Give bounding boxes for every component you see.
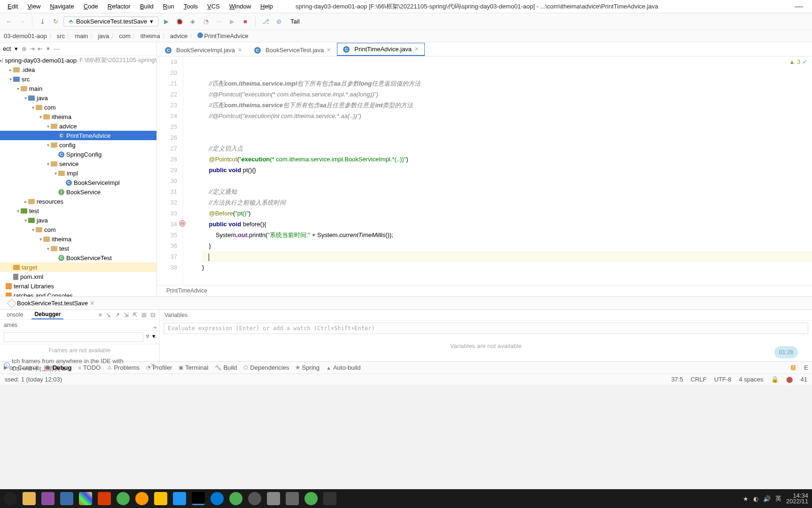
tree-item[interactable]: ▾test [0,244,156,253]
menu-window[interactable]: Window [226,2,255,11]
stop-button[interactable]: ■ [240,16,250,27]
evaluate-icon[interactable]: ⊞ [141,311,147,318]
editor-tab[interactable]: CBookServiceTest.java✕ [248,44,337,56]
settings-icon[interactable]: ⊟ [150,311,156,318]
evaluate-input[interactable]: Evaluate expression (Enter) or add a wat… [164,323,808,334]
menu-view[interactable]: View [23,2,44,11]
run-anything-button[interactable]: ▶ [227,16,237,27]
profile-button[interactable]: ◔ [201,16,211,27]
run-button[interactable]: ▶ [161,16,172,27]
inspection-hints[interactable]: ▲ 3 ✓ [789,58,807,65]
menu-help[interactable]: Help [257,2,277,11]
expand-icon[interactable]: ⇤ [38,45,43,52]
app-icon[interactable] [248,492,261,505]
app-icon[interactable] [154,492,167,505]
menu-run[interactable]: Run [159,2,178,11]
app-icon[interactable] [267,492,280,505]
bottom-tool-spring[interactable]: ❀ Spring [296,364,320,371]
lock-icon[interactable]: 🔒 [771,376,779,383]
remove-watch-icon[interactable]: − [153,334,157,341]
intellij-icon[interactable] [192,492,205,505]
bottom-tool-on-control[interactable]: ▶ on Control [4,364,38,371]
breadcrumb-item[interactable]: main [75,32,88,40]
tree-item[interactable]: ratches and Consoles [0,291,156,296]
tree-item[interactable]: ▸resources [0,197,156,206]
git-button[interactable]: ⎇ [260,16,271,27]
close-icon[interactable]: ✕ [414,46,419,52]
search-button[interactable]: ⊘ [273,16,284,27]
tree-item[interactable]: target [0,262,156,272]
step-into-icon[interactable]: ↘ [106,311,111,318]
bottom-tool-problems[interactable]: ⚠ Problems [107,364,140,371]
menu-refactor[interactable]: Refactor [104,2,134,11]
tree-item[interactable]: ▾advice [0,121,156,131]
reload-icon[interactable]: ↻ [50,16,61,27]
editor-tab[interactable]: CPrintTimeAdvice.java✕ [337,43,425,56]
event-badge[interactable]: ! [791,365,796,370]
tree-item[interactable]: ▾config [0,140,156,150]
tray-icon[interactable]: ◐ [753,495,758,502]
tree-item[interactable]: ▸spring-day03-demo01-aopF:\66\框架\2022110… [0,56,156,65]
hide-icon[interactable]: — [54,45,60,52]
console-tab[interactable]: onsole [4,310,26,319]
debugger-tab[interactable]: Debugger [31,310,63,319]
close-icon[interactable]: ✕ [90,300,95,307]
app-icon[interactable] [79,492,92,505]
menu-edit[interactable]: Edit [4,2,22,11]
file-encoding[interactable]: UTF-8 [714,376,732,383]
app-icon[interactable] [60,492,73,505]
taskbar-clock[interactable]: 14:34 2022/11 [786,493,808,504]
settings-icon[interactable] [323,492,336,505]
app-icon[interactable] [173,492,186,505]
tree-item[interactable]: ▾test [0,206,156,215]
power-save-icon[interactable]: ⬤ [786,376,793,383]
tree-item[interactable]: ▾itheima [0,112,156,121]
edge-icon[interactable] [211,492,224,505]
close-icon[interactable]: ✕ [238,47,242,53]
menu-navigate[interactable]: Navigate [46,2,78,11]
app-icon[interactable] [304,492,318,505]
caret-position[interactable]: 37:5 [671,376,683,383]
tree-item[interactable]: ▾java [0,215,156,225]
app-icon[interactable] [117,492,130,505]
run-config-selector[interactable]: ⬘ BookServiceTest.testSave ▾ [63,16,158,26]
breadcrumb-item[interactable]: 03-demo01-aop [4,32,47,40]
forward-button[interactable]: → [17,16,27,27]
filter-icon[interactable]: ▿ [146,333,149,342]
explorer-icon[interactable] [23,492,36,505]
bottom-tool-profiler[interactable]: ◔ Profiler [146,364,172,371]
tree-item[interactable]: CBookServiceImpl [0,178,156,187]
minimize-button[interactable]: — [789,1,808,11]
start-button[interactable] [4,492,17,505]
bottom-tool-terminal[interactable]: ▣ Terminal [179,364,208,371]
app-icon[interactable] [98,492,111,505]
step-force-icon[interactable]: ⇲ [124,311,129,318]
tree-item[interactable]: ▾impl [0,168,156,178]
step-out-icon[interactable]: ↗ [115,311,120,318]
tray-icon[interactable]: ★ [743,495,749,502]
menu-code[interactable]: Code [80,2,102,11]
tree-item[interactable]: ▾itheima [0,234,156,244]
tree-item[interactable]: ▾src [0,74,156,84]
coverage-button[interactable]: ◈ [187,16,198,27]
app-icon[interactable] [41,492,55,505]
code-editor[interactable]: ▲ 3 ✓ 19202122232425262728293031323334m3… [157,56,812,285]
add-watch-icon[interactable]: + [153,324,157,331]
tree-item[interactable]: ▾com [0,225,156,234]
bottom-tool-debug[interactable]: 🐞 Debug [44,364,71,371]
windows-taskbar[interactable]: ★ ◐ 🔊 英 14:34 2022/11 [0,489,812,508]
breadcrumb-item[interactable]: src [57,32,65,40]
breadcrumb-item[interactable]: advice [170,32,188,40]
gear-icon[interactable]: ✶ [46,45,51,52]
breadcrumb-item[interactable]: PrintTimeAdvice [197,32,248,40]
menu-vcs[interactable]: VCS [203,2,224,11]
code-content[interactable]: //匹配com.itheima.service.impl包下所有包含aa且参数l… [183,56,812,285]
run-to-cursor-icon[interactable]: ⇱ [133,311,138,318]
line-ending[interactable]: CRLF [691,376,707,383]
breadcrumb-item[interactable]: itheima [141,32,160,40]
system-tray[interactable]: ★ ◐ 🔊 英 14:34 2022/11 [743,493,808,504]
app-icon[interactable] [286,492,299,505]
open-file-icon[interactable]: ⤓ [37,16,47,27]
debug-button[interactable]: 🐞 [174,16,185,27]
tree-item[interactable]: CBookServiceTest [0,253,156,262]
